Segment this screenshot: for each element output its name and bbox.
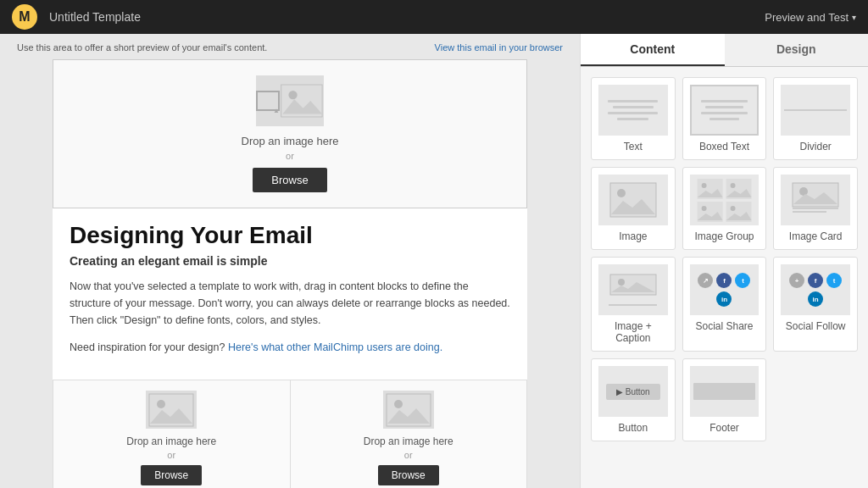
follow-share-icon: + <box>789 273 804 288</box>
col-right-browse[interactable]: Browse <box>378 465 439 485</box>
drop-or: or <box>69 151 511 161</box>
inspiration-link[interactable]: Here's what other MailChimp users are do… <box>228 341 442 353</box>
svg-rect-27 <box>793 208 838 209</box>
email-body: Drop an image here or Browse Designing Y… <box>53 59 527 488</box>
main-image-drop-zone[interactable]: Drop an image here or Browse <box>53 59 527 208</box>
email-heading: Designing Your Email <box>70 222 510 249</box>
view-in-browser-link[interactable]: View this email in your browser <box>435 42 563 53</box>
block-image-caption-preview <box>598 264 668 315</box>
email-subheading: Creating an elegant email is simple <box>70 254 510 268</box>
block-image-card-preview <box>781 175 850 225</box>
block-social-share-label: Social Share <box>690 320 760 332</box>
block-image-label: Image <box>598 230 668 242</box>
two-column-section: Drop an image here or Browse Your text c… <box>53 380 527 488</box>
button-preview-element: ▶ Button <box>606 384 660 400</box>
block-boxed-text-preview <box>690 85 760 136</box>
twitter-icon: t <box>735 273 750 288</box>
follow-li-icon: in <box>808 291 823 307</box>
follow-fb-icon: f <box>808 273 823 288</box>
col-right-image <box>383 391 434 429</box>
tab-content[interactable]: Content <box>581 34 725 66</box>
svg-point-19 <box>701 206 706 211</box>
col-left-browse[interactable]: Browse <box>141 465 202 485</box>
linkedin-icon: in <box>716 291 732 307</box>
block-divider-preview <box>781 85 850 136</box>
drop-text: Drop an image here <box>69 135 511 147</box>
block-boxed-text-label: Boxed Text <box>690 141 760 152</box>
follow-tw-icon: t <box>826 273 842 288</box>
preview-and-test-button[interactable]: Preview and Test ▾ <box>765 11 856 24</box>
col-left[interactable]: Drop an image here or Browse Your text c… <box>53 380 290 488</box>
svg-point-13 <box>701 183 706 188</box>
block-text-preview <box>598 85 668 136</box>
svg-point-1 <box>289 91 298 99</box>
tab-design[interactable]: Design <box>725 34 869 66</box>
block-social-follow[interactable]: + f t in Social Follow <box>773 257 858 352</box>
block-text-label: Text <box>598 141 668 152</box>
col-right-drop: Drop an image here <box>301 435 517 447</box>
svg-point-7 <box>394 400 403 408</box>
content-blocks-grid: Text Boxed Text Div <box>581 67 868 452</box>
block-text[interactable]: Text <box>591 77 676 160</box>
email-content: Designing Your Email Creating an elegant… <box>53 208 527 380</box>
block-social-share-preview: ↗ f t in <box>690 264 760 315</box>
block-image[interactable]: Image <box>591 167 676 250</box>
block-social-share[interactable]: ↗ f t in Social Share <box>682 257 767 352</box>
block-image-group-label: Image Group <box>690 230 760 242</box>
col-right[interactable]: Drop an image here or Browse Your text c… <box>290 380 528 488</box>
facebook-icon: f <box>716 273 732 288</box>
block-social-follow-label: Social Follow <box>781 320 850 332</box>
block-image-group[interactable]: Image Group <box>682 167 767 250</box>
block-footer-label: Footer <box>690 422 760 434</box>
col-left-or: or <box>64 450 280 460</box>
browse-button[interactable]: Browse <box>253 168 326 192</box>
block-button-preview: ▶ Button <box>598 366 668 417</box>
email-inspiration: Need inspiration for your design? Here's… <box>70 339 510 356</box>
block-image-caption[interactable]: Image + Caption <box>591 257 676 352</box>
block-image-card-label: Image Card <box>781 230 850 242</box>
block-footer[interactable]: Footer <box>682 358 767 441</box>
block-divider[interactable]: Divider <box>773 77 858 160</box>
svg-point-25 <box>799 187 808 196</box>
block-divider-label: Divider <box>781 141 850 152</box>
block-image-preview <box>598 175 668 225</box>
block-boxed-text[interactable]: Boxed Text <box>682 77 767 160</box>
block-button[interactable]: ▶ Button Button <box>591 358 676 441</box>
col-right-or: or <box>301 450 517 460</box>
preview-bar: Use this area to offer a short preview o… <box>17 42 563 53</box>
block-image-caption-label: Image + Caption <box>598 320 668 344</box>
preview-dropdown-arrow: ▾ <box>852 13 856 22</box>
block-button-label: Button <box>598 422 668 434</box>
footer-preview-bar <box>693 383 756 400</box>
block-image-group-preview <box>690 175 760 225</box>
template-title: Untitled Template <box>49 10 765 24</box>
email-editor: Use this area to offer a short preview o… <box>0 34 580 488</box>
block-footer-preview <box>690 366 760 417</box>
col-left-drop: Drop an image here <box>64 435 280 447</box>
svg-point-10 <box>617 189 626 197</box>
preview-bar-text: Use this area to offer a short preview o… <box>17 42 267 53</box>
svg-point-22 <box>731 206 736 211</box>
col-left-image <box>146 391 197 429</box>
svg-rect-28 <box>793 211 826 213</box>
block-social-follow-preview: + f t in <box>781 264 850 315</box>
image-placeholder <box>256 75 324 126</box>
email-body-text: Now that you've selected a template to w… <box>70 278 510 329</box>
panel-tabs: Content Design <box>581 34 868 67</box>
mailchimp-logo: M <box>12 4 37 30</box>
content-panel: Content Design Text <box>580 34 868 488</box>
top-navigation: M Untitled Template Preview and Test ▾ <box>0 0 868 34</box>
svg-point-16 <box>731 183 736 188</box>
svg-point-4 <box>157 400 165 408</box>
block-image-card[interactable]: Image Card <box>773 167 858 250</box>
share-icon: ↗ <box>698 273 713 288</box>
svg-point-30 <box>618 279 625 286</box>
main-area: Use this area to offer a short preview o… <box>0 34 868 488</box>
